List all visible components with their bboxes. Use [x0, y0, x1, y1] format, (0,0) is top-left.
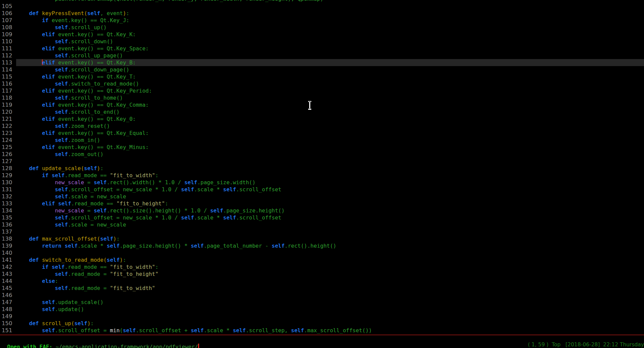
code-line[interactable]: 105 [0, 3, 644, 10]
code-text[interactable]: def keyPressEvent(self, event): [16, 10, 644, 17]
code-text[interactable]: self.scroll_down() [16, 38, 644, 45]
code-text[interactable] [16, 228, 644, 235]
code-line[interactable]: 131 self.scroll_offset = new_scale * 1.0… [0, 186, 644, 193]
code-text[interactable]: if self.read_mode == "fit_to_width": [16, 263, 644, 270]
code-line[interactable]: 130 new_scale = self.rect().width() * 1.… [0, 179, 644, 186]
code-line[interactable]: 143 self.read_mode = "fit_to_height" [0, 270, 644, 278]
code-line[interactable]: 112 self.scroll_up_page() [0, 52, 644, 59]
code-text[interactable]: elif event.key() == Qt.Key_B: [16, 59, 644, 66]
code-text[interactable]: self.scroll_offset = new_scale * 1.0 / s… [16, 214, 644, 221]
code-line[interactable]: 122 self.zoom_reset() [0, 122, 644, 130]
code-line[interactable]: 135 self.scroll_offset = new_scale * 1.0… [0, 214, 644, 221]
code-text[interactable]: self.scroll_offset = new_scale * 1.0 / s… [16, 186, 644, 193]
code-line[interactable]: 137 [0, 228, 644, 235]
code-text[interactable]: self.update() [16, 306, 644, 313]
code-line[interactable]: 123 elif event.key() == Qt.Key_Equal: [0, 130, 644, 137]
code-line[interactable]: 141 def switch_to_read_mode(self): [0, 256, 644, 263]
code-text[interactable]: def update_scale(self): [16, 165, 644, 172]
code-text[interactable] [16, 158, 644, 165]
code-line[interactable]: 117 elif event.key() == Qt.Key_Period: [0, 87, 644, 94]
code-line[interactable]: 108 self.scroll_up() [0, 24, 644, 31]
code-line[interactable]: 107 if event.key() == Qt.Key_J: [0, 17, 644, 24]
code-line[interactable]: 136 self.scale = new_scale [0, 221, 644, 228]
code-line[interactable]: 134 new_scale = self.rect().size().heigh… [0, 207, 644, 214]
code-line[interactable]: 120 self.scroll_to_end() [0, 108, 644, 115]
code-text[interactable]: def switch_to_read_mode(self): [16, 256, 644, 263]
code-line[interactable]: 144 else: [0, 278, 644, 285]
code-text[interactable] [16, 313, 644, 320]
code-line[interactable]: 115 elif event.key() == Qt.Key_T: [0, 73, 644, 80]
code-text[interactable]: self.zoom_out() [16, 151, 644, 158]
code-text[interactable]: self.scale = new_scale [16, 193, 644, 200]
code-line[interactable]: 109 elif event.key() == Qt.Key_K: [0, 31, 644, 38]
code-text[interactable]: elif event.key() == Qt.Key_K: [16, 31, 644, 38]
code-line[interactable]: 114 self.scroll_down_page() [0, 66, 644, 73]
code-text[interactable]: if event.key() == Qt.Key_J: [16, 17, 644, 24]
code-line[interactable]: 124 self.zoom_in() [0, 137, 644, 144]
code-text[interactable]: self.read_mode = "fit_to_height" [16, 270, 644, 278]
code-text[interactable]: elif self.read_mode == "fit_to_height": [16, 200, 644, 207]
code-text[interactable]: elif event.key() == Qt.Key_Equal: [16, 130, 644, 137]
code-text[interactable]: self.scale = new_scale [16, 221, 644, 228]
code-line[interactable]: 126 self.zoom_out() [0, 151, 644, 158]
code-line[interactable]: 138 def max_scroll_offset(self): [0, 235, 644, 242]
code-text[interactable]: self.scroll_to_home() [16, 94, 644, 101]
code-line[interactable]: 148 self.update() [0, 306, 644, 313]
line-number: 151 [0, 327, 15, 334]
code-text[interactable]: else: [16, 278, 644, 285]
code-text[interactable]: elif event.key() == Qt.Key_Minus: [16, 144, 644, 151]
code-text[interactable]: self.scroll_offset = min(self.scroll_off… [16, 327, 644, 334]
code-line[interactable]: 146 [0, 292, 644, 299]
code-text[interactable]: elif event.key() == Qt.Key_0: [16, 115, 644, 122]
code-text[interactable]: self.scroll_up_page() [16, 52, 644, 59]
code-line[interactable]: 132 self.scale = new_scale [0, 193, 644, 200]
code-text[interactable]: self.scroll_up() [16, 24, 644, 31]
line-number: 122 [0, 122, 15, 130]
code-line[interactable]: 151 self.scroll_offset = min(self.scroll… [0, 327, 644, 334]
code-line[interactable]: 142 if self.read_mode == "fit_to_width": [0, 263, 644, 270]
code-line[interactable]: 110 self.scroll_down() [0, 38, 644, 45]
code-text[interactable]: self.scroll_down_page() [16, 66, 644, 73]
code-line[interactable]: 133 elif self.read_mode == "fit_to_heigh… [0, 200, 644, 207]
code-line[interactable]: 127 [0, 158, 644, 165]
code-line[interactable]: 119 elif event.key() == Qt.Key_Comma: [0, 101, 644, 108]
code-line[interactable]: 106 def keyPressEvent(self, event): [0, 10, 644, 17]
code-text[interactable]: new_scale = self.rect().size().height() … [16, 207, 644, 214]
code-line[interactable]: 140 [0, 249, 644, 256]
code-text[interactable]: elif event.key() == Qt.Key_Space: [16, 45, 644, 52]
code-text[interactable] [16, 249, 644, 256]
code-line[interactable]: 118 self.scroll_to_home() [0, 94, 644, 101]
code-line[interactable]: 139 return self.scale * self.page_size.h… [0, 242, 644, 249]
code-text[interactable]: self.zoom_in() [16, 137, 644, 144]
code-text[interactable]: elif event.key() == Qt.Key_T: [16, 73, 644, 80]
code-text[interactable]: if self.read_mode == "fit_to_width": [16, 172, 644, 179]
code-text[interactable]: return self.scale * self.page_size.heigh… [16, 242, 644, 249]
code-line[interactable]: 111 elif event.key() == Qt.Key_Space: [0, 45, 644, 52]
code-text[interactable]: self.read_mode = "fit_to_width" [16, 285, 644, 292]
line-number: 119 [0, 101, 15, 108]
code-text[interactable]: def scroll_up(self): [16, 320, 644, 327]
code-text[interactable]: self.zoom_reset() [16, 122, 644, 130]
code-line[interactable]: 147 self.update_scale() [0, 299, 644, 306]
code-text[interactable]: def max_scroll_offset(self): [16, 235, 644, 242]
code-text[interactable] [16, 3, 644, 10]
minibuffer[interactable]: Open with EAF: ~/emacs-application-frame… [1, 336, 199, 343]
code-line[interactable]: 150 def scroll_up(self): [0, 320, 644, 327]
minibuffer-input[interactable]: ~/emacs-application-framework/app/pdfvie… [56, 344, 198, 348]
code-line[interactable]: 149 [0, 313, 644, 320]
code-text[interactable]: self.update_scale() [16, 299, 644, 306]
code-line[interactable]: 121 elif event.key() == Qt.Key_0: [0, 115, 644, 122]
code-line[interactable]: 145 self.read_mode = "fit_to_width" [0, 285, 644, 292]
code-line[interactable]: 113 elif event.key() == Qt.Key_B: [0, 59, 644, 66]
code-line[interactable]: 129 if self.read_mode == "fit_to_width": [0, 172, 644, 179]
code-text[interactable]: self.switch_to_read_mode() [16, 80, 644, 87]
code-text[interactable] [16, 292, 644, 299]
code-line[interactable]: 116 self.switch_to_read_mode() [0, 80, 644, 87]
code-text[interactable]: elif event.key() == Qt.Key_Period: [16, 87, 644, 94]
code-line[interactable]: 128 def update_scale(self): [0, 165, 644, 172]
code-text[interactable]: elif event.key() == Qt.Key_Comma: [16, 101, 644, 108]
code-text[interactable]: new_scale = self.rect().width() * 1.0 / … [16, 179, 644, 186]
code-text[interactable]: self.scroll_to_end() [16, 108, 644, 115]
code-line[interactable]: 125 elif event.key() == Qt.Key_Minus: [0, 144, 644, 151]
code-buffer[interactable]: painter.drawPixmap(QRect(render_x, rende… [0, 0, 644, 334]
